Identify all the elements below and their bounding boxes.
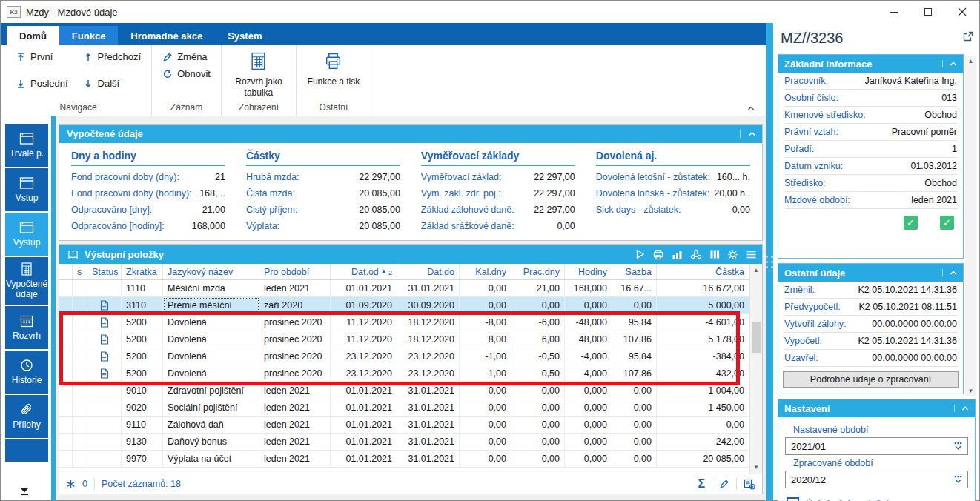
column-header-castka[interactable]: Částka [657, 264, 749, 279]
column-header-dat-od[interactable]: Dat.od ▲ 2 [331, 264, 397, 279]
ribbon-tabbar: Domů Funkce Hromadné akce Systém [1, 23, 766, 45]
sidebar-item-prilohy[interactable]: Přílohy [5, 395, 48, 438]
first-button[interactable]: První [13, 50, 71, 64]
chevron-up-icon [949, 60, 958, 67]
maximize-button[interactable] [911, 1, 945, 23]
table-row[interactable]: 5200 Dovolená prosinec 2020 11.12.2020 1… [59, 331, 749, 348]
sum-icon[interactable]: Σ [698, 477, 705, 491]
group-label-zobrazeni: Zobrazení [229, 100, 288, 116]
check-flag[interactable]: ✓ [904, 216, 918, 230]
tab-system[interactable]: Systém [215, 26, 274, 45]
scroll-up-icon[interactable]: ▲ [750, 265, 762, 276]
panel-splitter[interactable] [766, 23, 773, 500]
section-dovolena-aj: Dovolená aj. Dovolená letošní - zůstatek… [596, 148, 750, 234]
check-flag[interactable]: ✓ [940, 216, 954, 230]
ribbon-group-navigace: První Poslední Předchozí Další [5, 45, 152, 116]
table-row[interactable]: 5200 Dovolená prosinec 2020 23.12.2020 2… [59, 348, 749, 365]
close-icon [958, 7, 967, 16]
table-row[interactable]: 3110 Prémie měsíční září 2020 01.09.2020… [59, 297, 749, 314]
double-down-icon [18, 487, 31, 497]
last-button[interactable]: Poslední [13, 76, 71, 90]
set-period-input[interactable]: 2021/01 [785, 437, 968, 455]
set-period-label: Nastavené období [793, 425, 968, 435]
processed-period-input[interactable]: 2020/12 [785, 471, 968, 488]
scroll-down-icon[interactable]: ▼ [750, 462, 762, 473]
app-window: K2 Mzdy - Mzdové údaje Domů Funkce Hroma… [0, 0, 980, 501]
tray-icon [19, 220, 35, 235]
processing-details-button[interactable]: Podrobné údaje o zpracování [783, 371, 959, 388]
settings-gear-icon[interactable] [727, 249, 738, 260]
column-header-hodiny[interactable]: Hodiny [565, 264, 612, 279]
dropdown-icon[interactable] [953, 441, 964, 451]
columns-icon[interactable] [709, 249, 720, 259]
printer-icon [323, 51, 343, 73]
other-info-collapse-button[interactable] [942, 269, 958, 276]
tab-domu[interactable]: Domů [7, 26, 59, 45]
sidebar-item-vypoctene-udaje[interactable]: Vypočtené údaje [5, 257, 48, 305]
column-header-kal-dny[interactable]: Kal.dny [460, 264, 511, 279]
calculator-icon [248, 51, 268, 73]
print-icon[interactable] [652, 249, 664, 260]
settings-collapse-button[interactable] [954, 405, 970, 412]
refresh-icon [162, 69, 173, 79]
menu-icon[interactable] [746, 250, 757, 259]
sidebar-item-historie[interactable]: Historie [5, 351, 48, 394]
table-row[interactable]: 9130 Daňový bonus leden 2021 01.01.2021 … [59, 434, 749, 451]
table-row[interactable]: 9970 Výplata na účet leden 2021 01.01.20… [59, 451, 749, 468]
workflow-icon[interactable] [690, 249, 702, 260]
add-document-icon[interactable] [744, 479, 755, 490]
scroll-down-icon[interactable]: ▼ [965, 385, 976, 396]
table-row[interactable]: 9020 Sociální pojištění leden 2021 01.01… [59, 399, 749, 417]
minimize-button[interactable] [877, 1, 911, 23]
open-in-window-icon[interactable] [962, 30, 973, 42]
edit-pencil-icon[interactable] [719, 479, 729, 489]
next-button[interactable]: Další [80, 76, 145, 90]
sidebar-expand-button[interactable] [18, 487, 31, 497]
column-header-status[interactable]: Status [87, 264, 122, 279]
sidebar-item-vstup[interactable]: Vstup [5, 168, 48, 211]
basic-info-collapse-button[interactable] [942, 60, 958, 67]
minimize-icon [890, 12, 898, 13]
table-row[interactable]: 9110 Zálohová daň leden 2021 01.01.2021 … [59, 417, 749, 434]
functions-print-button[interactable]: Funkce a tisk [304, 50, 363, 87]
sidebar-item-rozvrh[interactable]: Rozvrh [5, 306, 48, 349]
detail-scrollbar[interactable]: ▲ ▼ [965, 56, 976, 396]
column-header-prac-dny[interactable]: Prac.dny [511, 264, 565, 279]
table-row[interactable]: 5200 Dovolená prosinec 2020 11.12.2020 1… [59, 314, 749, 331]
column-header-sazba[interactable]: Sazba [612, 264, 657, 279]
sidebar-item-vystup[interactable]: Výstup [5, 213, 48, 256]
column-header-jazykovy-nazev[interactable]: Jazykový název [163, 264, 259, 279]
dropdown-icon[interactable] [953, 474, 964, 485]
sidebar-item-trvale-p[interactable]: Trvalé p. [5, 124, 48, 167]
chevron-up-icon [746, 104, 755, 112]
section-dny-a-hodiny: Dny a hodiny Fond pracovní doby (dny):21… [71, 148, 225, 234]
refresh-button[interactable]: Obnovit [159, 67, 213, 81]
full-listing-checkbox[interactable] [787, 497, 799, 501]
table-row[interactable]: 9010 Zdravotní pojištění leden 2021 01.0… [59, 382, 749, 399]
column-header[interactable] [59, 264, 73, 279]
basic-info-section: Základní informace Pracovník:Janíková Ka… [778, 54, 964, 259]
table-scrollbar[interactable]: ▲ ▼ [749, 264, 762, 474]
ribbon-collapse-button[interactable] [746, 104, 755, 112]
table-row[interactable]: 5200 Dovolená prosinec 2020 23.12.2020 2… [59, 365, 749, 382]
table-row[interactable]: 1110 Měsíční mzda leden 2021 01.01.2021 … [59, 280, 749, 297]
column-header-dat-do[interactable]: Dat.do [397, 264, 460, 279]
previous-button[interactable]: Předchozí [80, 50, 145, 64]
column-header-pro-obdobi[interactable]: Pro období [259, 264, 331, 279]
other-info-section: Ostatní údaje Změnil:K2 05.10.2021 14:31… [778, 263, 964, 394]
column-header-zkratka[interactable]: Zkratka [122, 264, 163, 279]
run-icon[interactable] [635, 249, 645, 259]
close-button[interactable] [945, 1, 979, 23]
scroll-up-icon[interactable]: ▲ [965, 56, 976, 66]
chart-icon[interactable] [672, 249, 683, 259]
calculator-icon [19, 262, 34, 276]
window-title: Mzdy - Mzdové údaje [26, 7, 877, 18]
tab-hromadne-akce[interactable]: Hromadné akce [118, 26, 215, 45]
computed-collapse-button[interactable] [740, 130, 757, 138]
change-button[interactable]: Změna [159, 50, 210, 64]
tab-funkce[interactable]: Funkce [59, 26, 119, 45]
detail-panel: MZ//3236 Základní informace Pracovník:Ja… [773, 23, 979, 500]
scrollbar-thumb[interactable] [752, 322, 761, 353]
schedule-as-table-button[interactable]: Rozvrh jako tabulka [229, 50, 288, 98]
column-header-s[interactable]: s [73, 264, 87, 279]
